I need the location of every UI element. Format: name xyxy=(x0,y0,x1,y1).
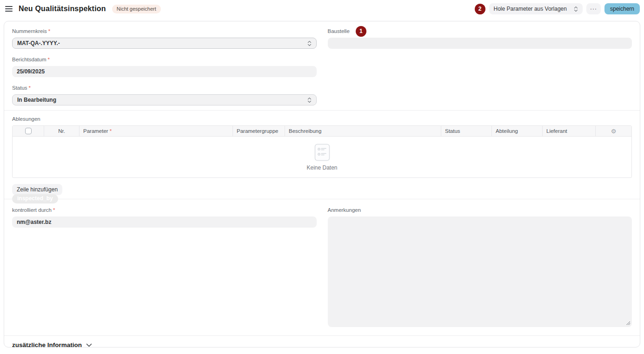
ablesungen-grid: Nr. Parameter * Parametergruppe Beschrei… xyxy=(12,125,632,178)
additional-info-section-toggle[interactable]: zusätzliche Information xyxy=(4,335,640,347)
required-marker: * xyxy=(53,207,55,213)
status-value: In Bearbeitung xyxy=(17,97,56,103)
status-label: Status xyxy=(12,85,27,91)
column-parameter: Parameter xyxy=(83,128,108,134)
add-row-button[interactable]: Zeile hinzufügen xyxy=(12,184,62,195)
grid-header-cell xyxy=(13,126,44,136)
right-column: Anmerkungen xyxy=(328,207,632,327)
nummernkreis-value: MAT-QA-.YYYY.- xyxy=(17,40,60,46)
resize-handle-icon[interactable] xyxy=(626,321,631,325)
details-section: Nummernkreis * MAT-QA-.YYYY.- Berichtsda… xyxy=(4,21,640,110)
grid-header-cell: Abteilung xyxy=(492,126,543,136)
no-data-icon xyxy=(314,144,330,161)
field-label: Status * xyxy=(12,85,317,91)
grid-empty-state: Keine Daten xyxy=(13,137,631,177)
grid-header-cell: Parametergruppe xyxy=(233,126,285,136)
top-bar: Neu Qualitätsinspektion Nicht gespeicher… xyxy=(0,0,644,17)
nummernkreis-label: Nummernkreis xyxy=(12,28,47,34)
additional-info-label: zusätzliche Information xyxy=(12,341,82,347)
select-all-checkbox[interactable] xyxy=(25,128,32,134)
grid-header-cell: Nr. xyxy=(44,126,80,136)
save-button[interactable]: speichern xyxy=(604,3,640,14)
left-column: Nummernkreis * MAT-QA-.YYYY.- Berichtsda… xyxy=(12,28,317,105)
fieldname-hint-pill: inspected_by xyxy=(12,194,58,203)
required-marker: * xyxy=(48,57,50,62)
column-status: Status xyxy=(445,128,460,134)
column-beschreibung: Beschreibung xyxy=(289,128,321,134)
grid-header-cell: Status xyxy=(441,126,492,136)
anmerkungen-textarea[interactable] xyxy=(328,216,632,327)
field-baustelle: Baustelle 1 xyxy=(328,28,632,49)
berichtsdatum-label: Berichtsdatum xyxy=(12,57,46,62)
grid-header-cell: Lieferant xyxy=(543,126,596,136)
grid-header-cell: ⚙ xyxy=(596,126,631,136)
status-select[interactable]: In Bearbeitung xyxy=(12,94,317,105)
field-label: Berichtsdatum * xyxy=(12,56,317,63)
get-parameters-dropdown-label: Hole Parameter aus Vorlagen xyxy=(494,6,567,12)
get-parameters-dropdown[interactable]: Hole Parameter aus Vorlagen xyxy=(489,3,583,14)
berichtsdatum-input[interactable] xyxy=(12,66,317,77)
more-actions-button[interactable]: ··· xyxy=(586,3,601,14)
anmerkungen-label: Anmerkungen xyxy=(328,207,361,213)
required-marker: * xyxy=(29,85,31,91)
column-nr: Nr. xyxy=(58,128,65,134)
grid-header-cell: Beschreibung xyxy=(285,126,441,136)
column-lieferant: Lieferant xyxy=(546,128,567,134)
right-column: Baustelle 1 xyxy=(328,28,632,56)
nummernkreis-select[interactable]: MAT-QA-.YYYY.- xyxy=(12,38,317,49)
field-berichtsdatum: Berichtsdatum * xyxy=(12,56,317,77)
chevron-up-down-icon xyxy=(307,97,312,103)
annotation-step-1: 1 xyxy=(356,26,366,37)
menu-icon[interactable] xyxy=(5,6,13,12)
page-title: Neu Qualitätsinspektion xyxy=(19,5,106,13)
kontrolliert-durch-input[interactable] xyxy=(12,216,317,228)
chevron-up-down-icon xyxy=(574,6,578,12)
ablesungen-section: Ablesungen Nr. Parameter * Parametergrup… xyxy=(4,110,640,199)
grid-header-cell: Parameter * xyxy=(80,126,233,136)
field-nummernkreis: Nummernkreis * MAT-QA-.YYYY.- xyxy=(12,28,317,49)
signature-section: kontrolliert durch * Anmerkungen xyxy=(4,199,640,335)
required-marker: * xyxy=(48,28,50,34)
chevron-down-icon xyxy=(86,343,92,347)
field-label: Anmerkungen xyxy=(328,207,632,213)
left-column: kontrolliert durch * xyxy=(12,207,317,228)
field-anmerkungen: Anmerkungen xyxy=(328,207,632,327)
chevron-up-down-icon xyxy=(307,40,312,46)
toolbar: 2 Hole Parameter aus Vorlagen ··· speich… xyxy=(475,3,640,14)
baustelle-input[interactable] xyxy=(328,38,632,49)
field-kontrolliert-durch: kontrolliert durch * xyxy=(12,207,317,228)
column-abteilung: Abteilung xyxy=(496,128,518,134)
kontrolliert-durch-label: kontrolliert durch xyxy=(12,207,52,213)
annotation-step-2: 2 xyxy=(475,4,485,14)
field-label: Baustelle 1 xyxy=(328,28,632,34)
grid-settings-icon[interactable]: ⚙ xyxy=(611,128,617,134)
field-label: Nummernkreis * xyxy=(12,28,317,34)
field-label: kontrolliert durch * xyxy=(12,207,317,213)
column-parametergruppe: Parametergruppe xyxy=(237,128,279,134)
empty-state-text: Keine Daten xyxy=(306,164,337,171)
baustelle-label: Baustelle xyxy=(328,28,350,34)
form-card: Nummernkreis * MAT-QA-.YYYY.- Berichtsda… xyxy=(4,21,640,347)
status-badge: Nicht gespeichert xyxy=(112,5,161,13)
grid-header-row: Nr. Parameter * Parametergruppe Beschrei… xyxy=(13,126,631,137)
required-marker: * xyxy=(110,128,112,134)
ablesungen-label: Ablesungen xyxy=(12,116,632,122)
field-status: Status * In Bearbeitung xyxy=(12,85,317,105)
